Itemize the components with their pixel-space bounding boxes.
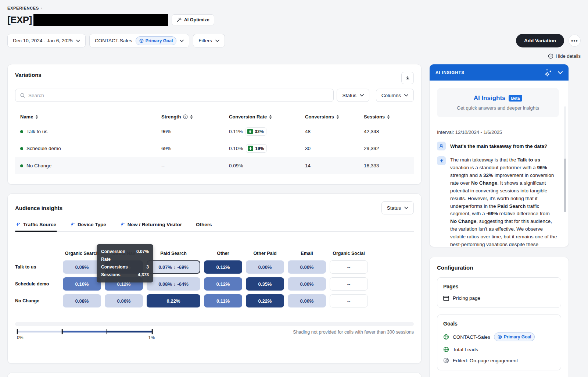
status-label: Status <box>342 93 356 98</box>
heatmap-cell[interactable]: 0.00% <box>246 260 284 274</box>
help-icon[interactable]: ? <box>183 114 188 119</box>
search-input[interactable] <box>28 93 329 98</box>
download-button[interactable] <box>401 72 414 84</box>
heatmap-cell[interactable]: 0.00% <box>288 277 326 291</box>
variation-name: No Change <box>26 163 51 168</box>
table-row[interactable]: Schedule demo69%0.10%19%3029,392 <box>15 140 414 157</box>
primary-goal-label: Primary Goal <box>146 38 173 43</box>
heatmap-cell[interactable]: 0.00% <box>288 294 326 307</box>
goal-item[interactable]: Edited: On-page engagement <box>443 358 555 363</box>
legend-handle-max[interactable] <box>152 329 153 334</box>
cell-value: 0.00% <box>300 281 314 287</box>
legend-handle-low[interactable] <box>62 329 63 334</box>
column-header[interactable]: Strength? <box>156 114 224 120</box>
filter-row: Dec 10, 2024 - Jan 6, 2025 CONTACT-Sales… <box>7 34 581 47</box>
column-header[interactable]: Conversion Rate <box>224 114 300 120</box>
sort-icon[interactable] <box>269 115 272 119</box>
heatmap-cell[interactable]: -- <box>330 260 368 274</box>
conversions-cell: 30 <box>300 146 359 151</box>
goal-filter-dropdown[interactable]: CONTACT-Sales Primary Goal <box>89 34 189 47</box>
primary-goal-label: Primary Goal <box>504 334 531 339</box>
ai-optimize-button[interactable]: AI Optimize <box>172 14 214 25</box>
collapse-chevron-icon[interactable] <box>558 71 563 74</box>
table-row[interactable]: No Change--0.09%1416,333 <box>15 157 414 174</box>
cell-value: 0.12% <box>216 264 230 270</box>
heatmap-cell[interactable]: 0.12% <box>204 277 242 291</box>
page-item[interactable]: Pricing page <box>443 295 555 301</box>
heatmap-row-label: Schedule demo <box>15 281 59 287</box>
goal-label: Total Leads <box>453 347 478 352</box>
tooltip-row: Conversion Rate0.07% <box>101 248 149 263</box>
heatmap-cell[interactable]: 0.09% <box>63 260 101 274</box>
heatmap-cell[interactable]: -- <box>330 277 368 291</box>
variation-name-cell: Talk to us <box>15 129 156 134</box>
heatmap-cell[interactable]: 0.08% ↓-64% <box>147 277 200 291</box>
tab-label: New / Returning Visitor <box>128 222 182 227</box>
goals-card: Goals CONTACT-Sales Primary GoalTotal Le… <box>437 314 561 370</box>
tooltip-label: Conversion Rate <box>101 248 133 263</box>
status-dropdown[interactable]: Status <box>337 89 369 102</box>
sort-icon[interactable] <box>35 115 38 119</box>
heatmap-cell[interactable]: 0.22% <box>246 294 284 307</box>
heatmap-cell[interactable]: 0.07% ↓-69% <box>147 260 200 274</box>
more-icon: ••• <box>571 38 578 44</box>
heatmap-cell[interactable]: 0.22% <box>147 294 200 307</box>
scrollbar-track[interactable] <box>564 106 566 212</box>
filters-dropdown[interactable]: Filters <box>193 34 225 47</box>
tab-traffic-source[interactable]: Traffic Source <box>15 220 57 231</box>
variations-table: NameStrength?Conversion RateConversionsS… <box>15 111 414 174</box>
goal-item[interactable]: CONTACT-Sales Primary Goal <box>443 332 555 341</box>
date-range-label: Dec 10, 2024 - Jan 6, 2025 <box>13 38 73 43</box>
lift-badge: 19% <box>246 144 267 153</box>
column-header[interactable]: Sessions <box>359 114 414 120</box>
goal-item[interactable]: Total Leads <box>443 346 555 352</box>
tooltip-value: 3 <box>146 263 149 271</box>
cell-value: 0.00% <box>300 264 314 270</box>
tab-others[interactable]: Others <box>195 220 213 231</box>
ai-insights-header[interactable]: AI INSIGHTS <box>430 64 569 81</box>
hide-details-label: Hide details <box>556 53 581 59</box>
lift-up-icon <box>247 129 253 134</box>
more-options-button[interactable]: ••• <box>569 35 581 47</box>
heatmap-cell[interactable]: -- <box>330 294 368 307</box>
search-box[interactable] <box>15 89 334 102</box>
breadcrumb[interactable]: EXPERIENCES › <box>7 6 581 10</box>
tab-label: Others <box>196 222 212 227</box>
legend-handle-min[interactable] <box>17 329 18 334</box>
sort-icon[interactable] <box>387 115 390 119</box>
sort-icon[interactable] <box>190 115 193 119</box>
date-range-picker[interactable]: Dec 10, 2024 - Jan 6, 2025 <box>7 34 86 47</box>
sort-icon[interactable] <box>336 115 339 119</box>
legend-seg-medium <box>62 331 107 332</box>
table-row[interactable]: Talk to us96%0.11%32%4842,348 <box>15 123 414 140</box>
hide-details-link[interactable]: Hide details <box>548 53 581 59</box>
primary-goal-badge: Primary Goal <box>136 36 177 45</box>
ai-insights-panel: AI INSIGHTS <box>429 64 569 247</box>
heatmap-row-label: Talk to us <box>15 264 59 270</box>
heatmap-cell[interactable]: 0.06% <box>105 294 143 307</box>
scrollbar-thumb[interactable] <box>564 159 566 212</box>
tab-device-type[interactable]: Device Type <box>69 220 107 231</box>
add-variation-button[interactable]: Add Variation <box>516 34 564 47</box>
pages-card: Pages Pricing page <box>437 277 561 308</box>
column-header[interactable]: Conversions <box>300 114 359 120</box>
legend-handle-high[interactable] <box>106 329 107 334</box>
heatmap-cell[interactable]: 0.10% <box>63 277 101 291</box>
horizontal-scrollbar[interactable] <box>15 322 414 326</box>
heatmap-cell[interactable]: 0.08% <box>63 294 101 307</box>
columns-dropdown[interactable]: Columns <box>376 89 414 102</box>
goal-label: CONTACT-Sales <box>453 334 490 340</box>
column-header[interactable]: Name <box>15 114 156 120</box>
breadcrumb-label[interactable]: EXPERIENCES <box>7 6 39 10</box>
heatmap-cell[interactable]: 0.35% <box>246 277 284 291</box>
tab-new-returning-visitor[interactable]: New / Returning Visitor <box>119 220 183 231</box>
configuration-title: Configuration <box>437 264 561 271</box>
heatmap-cell[interactable]: 0.00% <box>288 260 326 274</box>
audience-title: Audience insights <box>15 205 62 211</box>
heatmap-cell[interactable]: 0.12% <box>204 260 242 274</box>
audience-status-dropdown[interactable]: Status <box>381 201 414 214</box>
configuration-panel: Configuration Pages Pricing page Goals C… <box>429 257 569 377</box>
page-item-label: Pricing page <box>453 295 480 301</box>
heatmap-cell[interactable]: 0.11% <box>204 294 242 307</box>
chevron-down-icon <box>404 94 408 97</box>
